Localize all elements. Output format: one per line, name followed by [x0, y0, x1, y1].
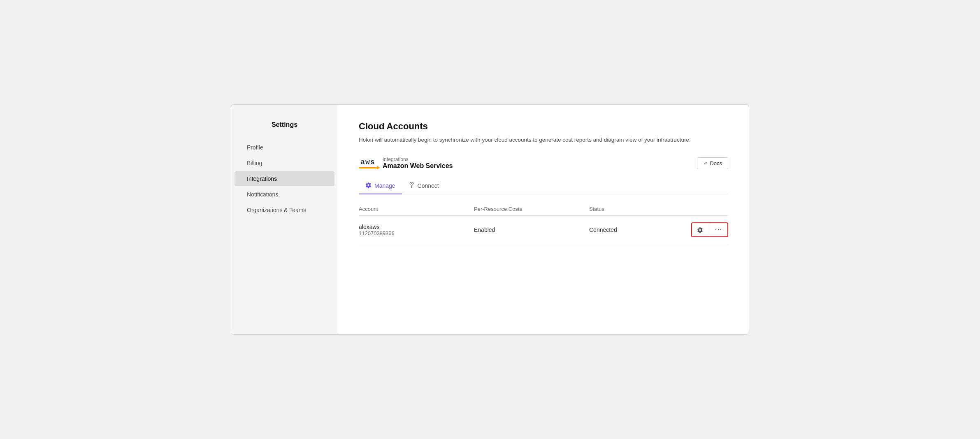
ellipsis-icon: ··· [715, 227, 722, 233]
row-actions: ··· [691, 222, 728, 237]
sidebar-title: Settings [231, 121, 338, 128]
sidebar-item-organizations-teams[interactable]: Organizations & Teams [235, 203, 334, 217]
accounts-table: Account Per-Resource Costs Status alexaw… [359, 203, 728, 244]
tab-connect[interactable]: Connect [402, 178, 446, 194]
column-header-status: Status [589, 206, 728, 212]
status-value: Connected [589, 227, 691, 233]
settings-button[interactable] [692, 223, 708, 236]
settings-container: Settings Profile Billing Integrations No… [231, 104, 749, 335]
page-description: Holori will automatically begin to synch… [359, 136, 728, 144]
sidebar-item-notifications[interactable]: Notifications [235, 187, 334, 202]
account-id: 112070389366 [359, 230, 474, 236]
sidebar-item-profile[interactable]: Profile [235, 140, 334, 155]
tabs: Manage Connect [359, 178, 728, 194]
column-header-per-resource-costs: Per-Resource Costs [474, 206, 589, 212]
page-title: Cloud Accounts [359, 121, 728, 132]
aws-logo: aws [359, 158, 377, 168]
sidebar: Settings Profile Billing Integrations No… [231, 105, 338, 334]
gear-icon [365, 182, 372, 189]
aws-logo-underline [359, 167, 377, 168]
aws-integrations-label: Integrations [383, 156, 453, 162]
account-name: alexaws [359, 224, 474, 230]
svg-point-0 [411, 187, 412, 188]
more-options-button[interactable]: ··· [710, 223, 727, 236]
aws-branding: aws Integrations Amazon Web Services [359, 156, 453, 170]
table-row: alexaws 112070389366 Enabled Connected ·… [359, 216, 728, 244]
aws-service-name: Amazon Web Services [383, 162, 453, 170]
aws-logo-text: aws [360, 158, 375, 166]
connect-icon [409, 182, 415, 189]
per-resource-costs-value: Enabled [474, 227, 589, 233]
main-content: Cloud Accounts Holori will automatically… [338, 105, 749, 334]
column-header-account: Account [359, 206, 474, 212]
table-header: Account Per-Resource Costs Status [359, 203, 728, 216]
account-cell: alexaws 112070389366 [359, 224, 474, 236]
sidebar-item-integrations[interactable]: Integrations [235, 171, 334, 186]
sidebar-item-billing[interactable]: Billing [235, 156, 334, 170]
tab-manage[interactable]: Manage [359, 178, 402, 194]
external-link-icon: ↗ [703, 160, 707, 166]
docs-button[interactable]: ↗ Docs [697, 157, 728, 169]
aws-info: Integrations Amazon Web Services [383, 156, 453, 170]
aws-header: aws Integrations Amazon Web Services ↗ D… [359, 156, 728, 170]
